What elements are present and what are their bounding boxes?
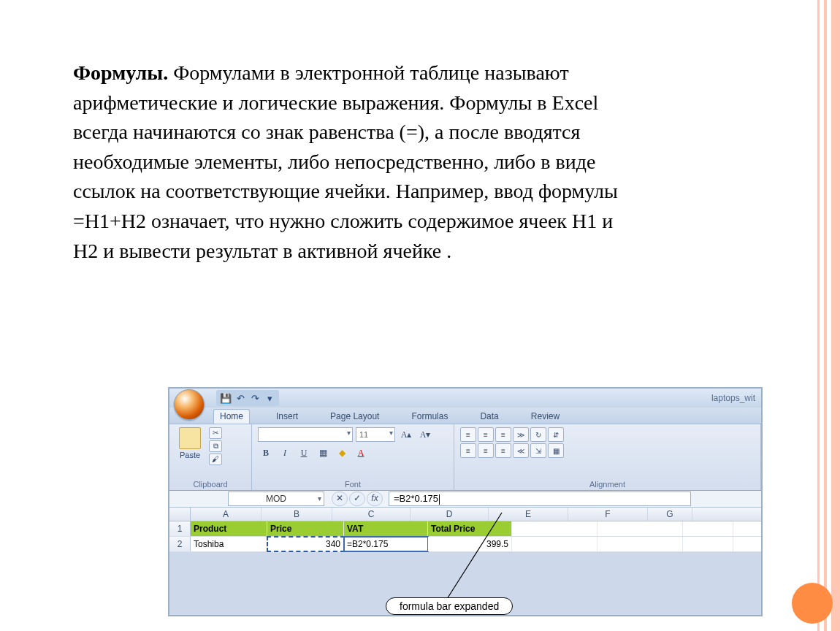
cell-B1[interactable]: Price xyxy=(267,521,344,536)
tab-page-layout[interactable]: Page Layout xyxy=(324,410,385,424)
cell-G1[interactable] xyxy=(683,521,733,536)
align-center-icon[interactable]: ≡ xyxy=(478,443,494,458)
tab-insert[interactable]: Insert xyxy=(270,410,304,424)
row-2: 2 Toshiba 340 =B2*0.175 399.5 xyxy=(169,537,761,552)
name-box[interactable]: MOD xyxy=(228,492,324,506)
workbook-title: laptops_wit xyxy=(711,393,755,403)
slide-side-decoration xyxy=(812,0,840,631)
cell-F1[interactable] xyxy=(597,521,683,536)
align-left-icon[interactable]: ≡ xyxy=(460,443,476,458)
cell-A2[interactable]: Toshiba xyxy=(191,537,267,551)
excel-titlebar: 💾 ↶ ↷ ▾ laptops_wit xyxy=(169,389,761,408)
office-button[interactable] xyxy=(174,389,205,420)
save-icon[interactable]: 💾 xyxy=(221,393,231,403)
undo-icon[interactable]: ↶ xyxy=(235,393,245,403)
tab-review[interactable]: Review xyxy=(525,410,565,424)
cell-D1[interactable]: Total Price xyxy=(428,521,512,536)
row-header-2[interactable]: 2 xyxy=(169,537,191,551)
alignment-dialog-icon[interactable]: ▦ xyxy=(548,443,564,458)
qat-more-icon[interactable]: ▾ xyxy=(264,393,275,403)
merge-icon[interactable]: ⇵ xyxy=(548,427,564,442)
tab-home[interactable]: Home xyxy=(213,409,250,424)
group-font: 11 A▴ A▾ B I U ▦ ◆ A Font xyxy=(252,424,454,490)
cell-E2[interactable] xyxy=(512,537,597,551)
select-all-corner[interactable] xyxy=(169,508,191,521)
col-header-F[interactable]: F xyxy=(568,508,648,521)
cell-B2[interactable]: 340 xyxy=(267,537,344,551)
cell-G2[interactable] xyxy=(683,537,733,551)
fx-icon[interactable]: fx xyxy=(367,492,383,506)
font-size-combo[interactable]: 11 xyxy=(356,427,395,442)
copy-icon[interactable]: ⧉ xyxy=(209,440,222,452)
format-painter-icon[interactable]: 🖌 xyxy=(209,454,222,465)
paste-label: Paste xyxy=(175,451,205,459)
tab-formulas[interactable]: Formulas xyxy=(405,410,454,424)
cell-D2[interactable]: 399.5 xyxy=(428,537,512,551)
cut-icon[interactable]: ✂ xyxy=(209,427,222,439)
worksheet-grid[interactable]: A B C D E F G 1 Product Price VAT Total … xyxy=(169,508,761,552)
orientation-icon[interactable]: ≫ xyxy=(513,427,529,442)
ribbon-tabs: Home Insert Page Layout Formulas Data Re… xyxy=(169,408,761,424)
group-font-label: Font xyxy=(258,478,448,489)
row-header-1[interactable]: 1 xyxy=(169,521,191,536)
row-1: 1 Product Price VAT Total Price xyxy=(169,521,761,537)
font-color-icon[interactable]: A xyxy=(353,446,369,459)
border-icon[interactable]: ▦ xyxy=(315,446,331,459)
align-right-icon[interactable]: ≡ xyxy=(495,443,511,458)
alignment-buttons: ≡ ≡ ≡ ≫ ↻ ⇵ ≡ ≡ ≡ ≪ ⇲ ▦ xyxy=(460,427,755,458)
column-headers: A B C D E F G xyxy=(169,508,761,521)
group-alignment: ≡ ≡ ≡ ≫ ↻ ⇵ ≡ ≡ ≡ ≪ ⇲ ▦ Alignment xyxy=(454,424,761,490)
group-clipboard: Paste ✂ ⧉ 🖌 Clipboard xyxy=(169,424,252,490)
col-header-B[interactable]: B xyxy=(261,508,332,521)
wrap-text-icon[interactable]: ↻ xyxy=(530,427,546,442)
formula-bar: MOD ✕ ✓ fx =B2*0.175 xyxy=(169,491,761,508)
paste-button[interactable]: Paste xyxy=(175,427,205,459)
cell-C1[interactable]: VAT xyxy=(344,521,428,536)
align-top-icon[interactable]: ≡ xyxy=(460,427,476,442)
underline-button[interactable]: U xyxy=(296,446,312,459)
tab-data[interactable]: Data xyxy=(474,410,504,424)
col-header-A[interactable]: A xyxy=(191,508,261,521)
align-bottom-icon[interactable]: ≡ xyxy=(495,427,511,442)
col-header-C[interactable]: C xyxy=(332,508,411,521)
align-middle-icon[interactable]: ≡ xyxy=(478,427,494,442)
increase-indent-icon[interactable]: ⇲ xyxy=(530,443,546,458)
font-name-combo[interactable] xyxy=(258,427,353,442)
bold-button[interactable]: B xyxy=(258,446,274,459)
group-clipboard-label: Clipboard xyxy=(175,478,245,489)
excel-screenshot: 💾 ↶ ↷ ▾ laptops_wit Home Insert Page Lay… xyxy=(168,387,763,616)
formula-bar-input[interactable]: =B2*0.175 xyxy=(389,492,691,506)
paste-icon xyxy=(179,427,201,449)
cell-F2[interactable] xyxy=(597,537,683,551)
ribbon-body: Paste ✂ ⧉ 🖌 Clipboard 11 A▴ A▾ B xyxy=(169,424,761,491)
slide-corner-circle xyxy=(792,583,833,624)
formula-bar-value: =B2*0.175 xyxy=(394,493,438,504)
decrease-indent-icon[interactable]: ≪ xyxy=(513,443,529,458)
group-alignment-label: Alignment xyxy=(460,478,755,489)
redo-icon[interactable]: ↷ xyxy=(250,393,260,403)
quick-access-toolbar: 💾 ↶ ↷ ▾ xyxy=(216,390,279,406)
enter-icon[interactable]: ✓ xyxy=(349,492,365,506)
col-header-D[interactable]: D xyxy=(411,508,489,521)
shrink-font-icon[interactable]: A▾ xyxy=(417,428,433,441)
col-header-E[interactable]: E xyxy=(489,508,568,521)
callout-label: formula bar expanded xyxy=(386,597,513,615)
fill-color-icon[interactable]: ◆ xyxy=(334,446,350,459)
cell-A1[interactable]: Product xyxy=(191,521,267,536)
cancel-icon[interactable]: ✕ xyxy=(332,492,348,506)
slide-paragraph: Формулы. Формулами в электронной таблице… xyxy=(73,58,643,266)
col-header-G[interactable]: G xyxy=(648,508,692,521)
text-caret xyxy=(439,494,440,505)
paragraph-body: Формулами в электронной таблице называют… xyxy=(73,61,618,262)
cell-C2-active[interactable]: =B2*0.175 xyxy=(344,537,428,551)
paragraph-lead: Формулы. xyxy=(73,61,168,84)
cell-E1[interactable] xyxy=(512,521,597,536)
italic-button[interactable]: I xyxy=(277,446,293,459)
grow-font-icon[interactable]: A▴ xyxy=(398,428,414,441)
